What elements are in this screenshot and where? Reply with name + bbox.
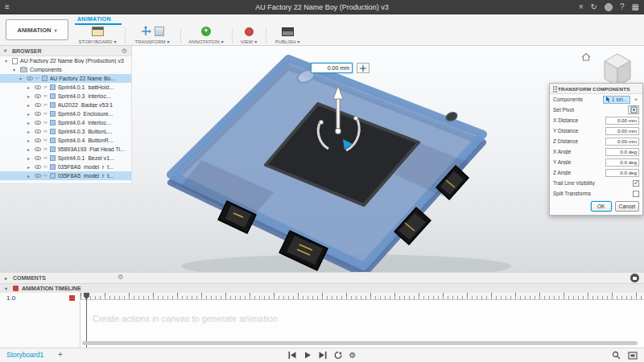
expander-icon[interactable]: ▾	[5, 59, 10, 64]
tree-item[interactable]: ▸ ∞ Sprint4.0.3_interloc...	[0, 92, 131, 101]
tree-item[interactable]: ▾ Components	[0, 65, 131, 74]
tree-item[interactable]: ▸ ∞ Sprint4.0.4_ButtonR...	[0, 136, 131, 145]
expander-icon[interactable]: ▸	[27, 156, 32, 161]
visibility-eye-icon[interactable]	[35, 112, 41, 116]
tree-item[interactable]: ▸ ∞ Sprint4.0.1_Bezel v1...	[0, 154, 131, 162]
expander-icon[interactable]: ▸	[27, 147, 32, 152]
set-pivot-button[interactable]	[628, 105, 639, 114]
tree-item-root[interactable]: ▾ AU Factory 22 Name Boy (Production) v3	[0, 56, 131, 65]
visibility-eye-icon[interactable]	[35, 94, 41, 98]
y-distance-input[interactable]: 0.00 mm	[605, 127, 639, 135]
visibility-eye-icon[interactable]	[35, 165, 41, 169]
expander-icon[interactable]: ▸	[27, 130, 32, 134]
visibility-eye-icon[interactable]	[35, 130, 41, 134]
cancel-button[interactable]: Cancel	[615, 201, 639, 212]
toolbar-group-publish[interactable]: PUBLISH▾	[268, 26, 307, 44]
tree-item[interactable]: ▸ ∞ Sprint4.0_Enclosure...	[0, 109, 131, 118]
annotation-icon[interactable]: +	[201, 27, 211, 36]
expand-arrow-icon[interactable]: ▸	[5, 276, 10, 281]
fit-view-icon[interactable]	[628, 352, 638, 360]
timeline-ruler[interactable]	[80, 293, 644, 300]
collapse-arrow-icon[interactable]: ▾	[4, 48, 9, 53]
timeline-end-marker[interactable]	[69, 295, 75, 301]
z-angle-input[interactable]: 0.0 deg	[605, 169, 639, 177]
user-avatar[interactable]	[605, 3, 613, 11]
timeline-scrollbar[interactable]	[82, 341, 638, 345]
expander-icon[interactable]: ▸	[27, 121, 32, 125]
publish-icon[interactable]	[282, 27, 294, 36]
component-transform-icon[interactable]	[155, 27, 164, 36]
trail-visibility-checkbox[interactable]: ✓	[633, 180, 639, 187]
toolbar-group-storyboard[interactable]: STORYBOARD▾	[72, 26, 122, 44]
z-distance-input[interactable]: 0.00 mm	[605, 138, 639, 146]
toolbar-group-annotation[interactable]: + ANNOTATION▾	[183, 26, 229, 44]
storyboard-icon[interactable]	[92, 27, 104, 36]
visibility-eye-icon[interactable]	[35, 103, 41, 107]
dialog-titlebar[interactable]: TRANSFORM COMPONENTS	[550, 84, 642, 94]
clear-selection-button[interactable]: ×	[633, 97, 639, 103]
handle-dot[interactable]	[354, 117, 358, 121]
loop-button[interactable]	[334, 351, 343, 360]
x-angle-input[interactable]: 0.0 deg	[605, 148, 639, 156]
extensions-grid-icon[interactable]: ▦	[632, 3, 639, 11]
tree-item[interactable]: ▸ ∞ 035F8A6_model_r_t...	[0, 162, 131, 171]
expander-icon[interactable]: ▸	[27, 138, 32, 143]
browser-gear-icon[interactable]: ⚙	[122, 47, 127, 55]
expander-icon[interactable]: ▾	[13, 68, 18, 72]
close-document-icon[interactable]: ×	[579, 3, 584, 11]
go-to-end-button[interactable]	[319, 351, 328, 360]
distance-input[interactable]: 0.00 mm	[311, 63, 353, 73]
go-to-start-button[interactable]	[288, 351, 297, 360]
expander-icon[interactable]: ▸	[27, 85, 32, 90]
y-angle-input[interactable]: 0.0 deg	[605, 158, 639, 167]
visibility-eye-icon[interactable]	[27, 76, 33, 80]
view-icon[interactable]	[245, 27, 254, 36]
selection-chip[interactable]: 1 sel...	[603, 96, 630, 104]
handle-dot[interactable]	[320, 121, 324, 125]
playback-settings-icon[interactable]: ⚙	[349, 352, 357, 360]
comments-gear-icon[interactable]: ⚙	[118, 274, 123, 281]
tab-storyboard1[interactable]: Storyboard1	[6, 351, 43, 359]
split-transforms-checkbox[interactable]	[633, 191, 639, 197]
visibility-eye-icon[interactable]	[35, 85, 41, 89]
x-distance-input[interactable]: 0.00 mm	[605, 117, 639, 125]
workspace-selector[interactable]: ANIMATION ▾	[6, 19, 68, 40]
expander-icon[interactable]: ▸	[27, 94, 32, 99]
tree-item[interactable]: ▸ ∞ AU2022_Badge v53:1	[0, 101, 131, 109]
toolbar-group-transform[interactable]: TRANSFORM▾	[127, 26, 177, 44]
tree-item-selected[interactable]: ▸ ∞ 035F8A5_model_r_t...	[0, 171, 131, 180]
sync-icon[interactable]: ↻	[591, 3, 597, 11]
help-icon[interactable]: ?	[620, 3, 625, 11]
browser-header[interactable]: ▾ BROWSER ⚙	[0, 46, 131, 56]
tree-item-selected[interactable]: ▾ ∞ AU Factory 22 Name Bo...	[0, 74, 131, 83]
tree-item[interactable]: ▸ ∞ Sprint4.0.1_battHold...	[0, 83, 131, 92]
visibility-eye-icon[interactable]	[35, 121, 41, 125]
comments-bar[interactable]: ▸ COMMENTS ⚙	[0, 272, 644, 283]
move-icon[interactable]	[140, 26, 151, 37]
3d-model[interactable]	[153, 47, 539, 272]
expander-icon[interactable]: ▾	[19, 76, 24, 81]
numeric-input-toggle-button[interactable]	[357, 63, 369, 73]
expand-arrow-icon[interactable]: ▾	[5, 286, 10, 291]
expander-icon[interactable]: ▸	[27, 112, 32, 117]
drag-grip-icon[interactable]	[553, 86, 555, 88]
visibility-eye-icon[interactable]	[35, 174, 41, 178]
zoom-icon[interactable]	[612, 351, 621, 360]
home-view-icon[interactable]	[581, 52, 591, 61]
tree-item[interactable]: ▸ ∞ 95893A193_Flat Head Ti...	[0, 145, 131, 154]
timeline-header[interactable]: ▾ ANIMATION TIMELINE	[0, 283, 644, 293]
visibility-eye-icon[interactable]	[35, 138, 41, 142]
expander-icon[interactable]: ▸	[27, 165, 32, 170]
playhead-line[interactable]	[86, 293, 87, 348]
expander-icon[interactable]: ▸	[27, 103, 32, 108]
visibility-eye-icon[interactable]	[35, 147, 41, 151]
data-panel-menu-icon[interactable]: ≡	[5, 3, 10, 11]
manipulator-origin[interactable]	[336, 129, 341, 134]
timeline-body[interactable]: 1.0 Create actions in canvas to generate…	[0, 293, 644, 348]
tab-animation[interactable]: ANIMATION	[77, 16, 111, 22]
toolbar-group-view[interactable]: VIEW▾	[234, 26, 263, 44]
tree-item[interactable]: ▸ ∞ Sprint4.0.3_ButtonL...	[0, 127, 131, 136]
play-button[interactable]	[303, 351, 312, 360]
add-storyboard-button[interactable]: +	[58, 350, 63, 359]
expander-icon[interactable]: ▸	[27, 174, 32, 179]
